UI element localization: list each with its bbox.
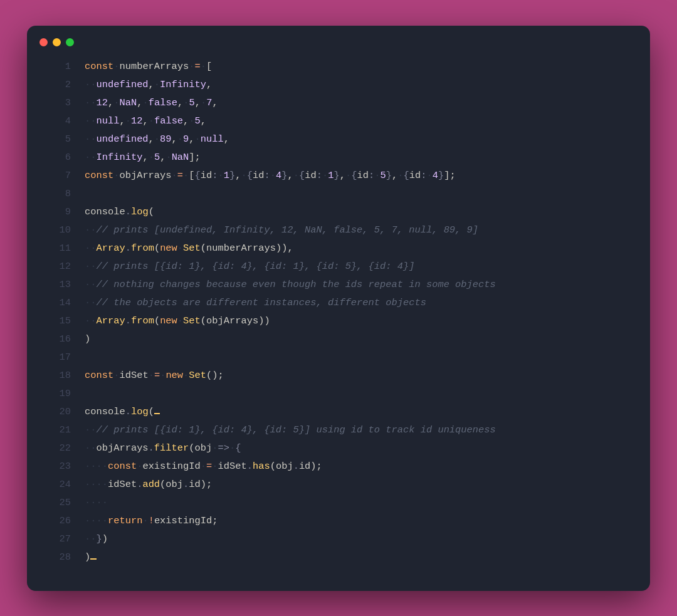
token-ws: ·· xyxy=(85,115,96,127)
token-cst: false xyxy=(154,115,183,127)
token-num: 1 xyxy=(328,170,333,181)
line-number: 3 xyxy=(27,94,85,112)
token-num: 12 xyxy=(131,115,142,127)
token-pun: , xyxy=(201,115,206,127)
token-var: obj xyxy=(276,461,293,472)
line-source xyxy=(85,385,650,403)
token-cst: undefined xyxy=(96,79,148,90)
line-source: console.log( xyxy=(85,403,650,421)
token-p2: } xyxy=(96,533,102,545)
token-num: 5 xyxy=(195,115,201,127)
token-num: 5 xyxy=(380,170,386,181)
token-p2: } xyxy=(281,170,287,181)
token-var: id xyxy=(201,170,212,181)
token-fn: has xyxy=(253,461,270,472)
code-editor[interactable]: 1const·numberArrays·=·[2··undefined,·Inf… xyxy=(27,58,650,566)
code-line: 22··objArrays.filter(obj·=>·{ xyxy=(27,439,650,457)
token-pun: ( xyxy=(201,315,206,326)
token-p2: } xyxy=(386,170,392,181)
token-num: 5 xyxy=(154,152,160,163)
line-source: ··// prints [{id: 1}, {id: 4}, {id: 5}] … xyxy=(85,421,650,439)
token-pun: , xyxy=(119,115,125,127)
token-pun: ( xyxy=(154,315,160,326)
line-source: ··null,·12,·false,·5, xyxy=(85,112,650,130)
minimize-icon[interactable] xyxy=(53,38,61,46)
token-p2: { xyxy=(247,170,253,181)
token-pun: ) xyxy=(102,533,108,545)
line-source: ··// the objects are different instances… xyxy=(85,294,650,312)
code-line: 18const·idSet·=·new·Set(); xyxy=(27,367,650,385)
zoom-icon[interactable] xyxy=(66,38,74,46)
token-ws: · xyxy=(183,170,189,181)
code-line: 4··null,·12,·false,·5, xyxy=(27,112,650,130)
token-pun: ); xyxy=(201,479,212,490)
token-var: id xyxy=(357,170,369,181)
token-ws: · xyxy=(177,315,183,326)
token-ws: · xyxy=(195,133,201,145)
line-number: 21 xyxy=(27,421,85,439)
line-source: ··12,·NaN,·false,·5,·7, xyxy=(85,94,650,112)
token-pun: ( xyxy=(270,461,276,472)
token-cst: null xyxy=(96,115,119,127)
line-number: 25 xyxy=(27,494,85,512)
token-pun: ) xyxy=(85,551,90,563)
line-number: 11 xyxy=(27,239,85,258)
token-var: existingId xyxy=(142,461,200,472)
token-ws: · xyxy=(189,115,194,127)
token-ws: · xyxy=(149,152,154,163)
token-pun: , xyxy=(149,79,154,90)
token-pun: ; xyxy=(212,515,218,526)
token-pun: ]; xyxy=(444,170,455,181)
token-ws: · xyxy=(149,370,154,381)
token-var: objArrays xyxy=(119,170,171,181)
token-p2: => xyxy=(218,442,229,454)
code-line: 23····const·existingId·=·idSet.has(obj.i… xyxy=(27,457,650,476)
token-kw: new xyxy=(165,370,183,381)
line-source: ··// prints [{id: 1}, {id: 4}, {id: 1}, … xyxy=(85,258,650,276)
line-number: 8 xyxy=(27,185,85,203)
line-source: ··Array.from(new·Set(numberArrays)), xyxy=(85,239,650,258)
token-kw: return xyxy=(108,515,142,526)
token-ws: · xyxy=(397,170,403,181)
token-var: id xyxy=(253,170,264,181)
code-line: 8 xyxy=(27,185,650,203)
token-op: = xyxy=(177,170,183,181)
token-var: numberArrays xyxy=(119,61,189,72)
token-ws: · xyxy=(183,370,189,381)
token-pun: ]; xyxy=(189,152,200,163)
code-line: 27··}) xyxy=(27,530,650,548)
token-p2: : xyxy=(369,170,374,181)
token-p2: { xyxy=(235,442,241,454)
token-kw: new xyxy=(160,243,177,254)
token-var: console xyxy=(85,206,125,217)
line-source: ) xyxy=(85,548,650,566)
code-line: 26····return·!existingId; xyxy=(27,512,650,530)
token-pun: , xyxy=(212,97,218,108)
token-ws: · xyxy=(345,170,351,181)
close-icon[interactable] xyxy=(39,38,48,46)
token-ws: · xyxy=(177,243,183,254)
line-number: 2 xyxy=(27,76,85,94)
token-p2: : xyxy=(265,170,270,181)
token-cst: undefined xyxy=(96,133,148,145)
token-var: id xyxy=(189,479,200,490)
line-source: ··objArrays.filter(obj·=>·{ xyxy=(85,439,650,457)
token-ws: ·· xyxy=(85,279,96,290)
code-line: 28) xyxy=(27,548,650,566)
token-ws: ·· xyxy=(85,152,96,163)
token-ws: · xyxy=(293,170,299,181)
line-source: ··// nothing changes because even though… xyxy=(85,276,650,294)
line-number: 23 xyxy=(27,457,85,476)
code-line: 19 xyxy=(27,385,650,403)
line-number: 14 xyxy=(27,294,85,312)
token-pun: ( xyxy=(149,206,154,217)
line-source: ···· xyxy=(85,494,650,512)
line-source: ) xyxy=(85,330,650,348)
token-ws: · xyxy=(137,461,142,472)
token-fn: Array xyxy=(96,315,125,326)
token-var: objArrays xyxy=(96,442,148,454)
token-var: numberArrays xyxy=(206,243,276,254)
code-line: 17 xyxy=(27,348,650,367)
token-p2: . xyxy=(293,461,299,472)
token-fn: from xyxy=(131,243,154,254)
